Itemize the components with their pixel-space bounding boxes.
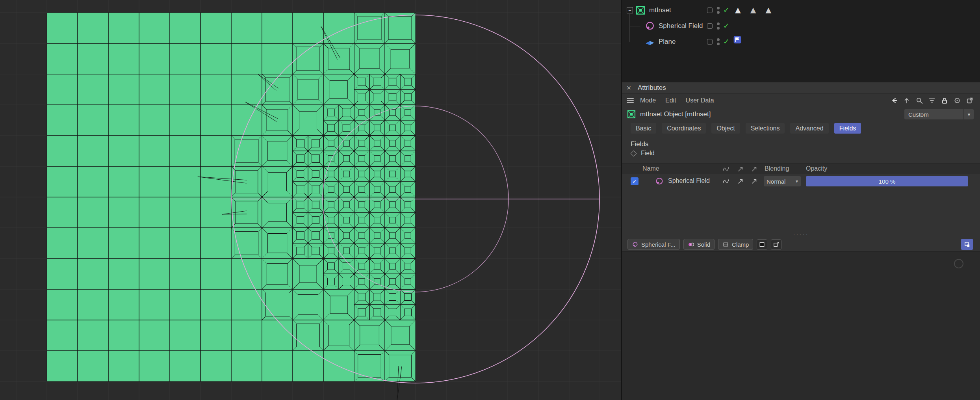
collapse-toggle[interactable]: −	[627, 7, 633, 13]
enabled-check-icon[interactable]: ✓	[723, 6, 729, 15]
visibility-dots-icon[interactable]	[717, 38, 720, 45]
layer-chip-icon[interactable]	[707, 7, 713, 13]
attributes-title: Attributes	[638, 84, 666, 92]
field-toolbar: Spherical F... Solid Clamp	[622, 237, 980, 251]
up-arrow-icon[interactable]	[903, 97, 911, 104]
menu-icon-cluster	[890, 97, 980, 104]
visibility-dots-icon[interactable]	[717, 7, 720, 14]
preset-value[interactable]: Custom	[904, 109, 963, 119]
blending-dropdown[interactable]: Normal ▾	[764, 176, 801, 186]
layer-view-toggle-button[interactable]	[961, 239, 973, 250]
tab-object[interactable]: Object	[711, 123, 740, 134]
right-panel: − mtInset ✓ ▲ ▲ ▲ Spherical Field	[621, 0, 980, 400]
tag-icon[interactable]: ▲	[733, 4, 743, 16]
screen-layer-button[interactable]	[757, 239, 767, 250]
plane-icon	[645, 37, 655, 47]
button-label: Solid	[697, 241, 710, 248]
add-folder-button[interactable]	[771, 239, 781, 250]
check-icon: ✓	[632, 178, 637, 184]
back-arrow-icon[interactable]	[890, 97, 898, 104]
clamp-icon	[722, 241, 729, 248]
section-title: Fields	[622, 135, 980, 147]
preset-dropdown[interactable]: Custom ▾	[904, 109, 974, 119]
object-row-spherical-field[interactable]: Spherical Field ✓	[622, 18, 980, 34]
attributes-header: × Attributes	[622, 82, 980, 94]
dim-circle-icon	[954, 259, 963, 268]
chevron-down-icon: ▾	[796, 179, 798, 184]
remap-arrow-icon	[751, 166, 758, 173]
visibility-dots-icon[interactable]	[717, 22, 720, 30]
solid-layer-button[interactable]: Solid	[683, 239, 715, 250]
minus-icon: −	[628, 8, 631, 13]
field-name[interactable]: Spherical Field	[668, 177, 710, 184]
field-enabled-checkbox[interactable]: ✓	[631, 177, 638, 185]
attributes-menu-bar: Mode Edit User Data	[622, 94, 980, 107]
lock-icon[interactable]	[941, 97, 948, 104]
viewport-3d[interactable]	[0, 0, 621, 400]
track-target-icon[interactable]	[953, 97, 961, 104]
layer-chip-icon[interactable]	[707, 39, 713, 45]
column-blending: Blending	[765, 165, 789, 172]
opacity-slider[interactable]: 100 %	[806, 176, 968, 186]
field-group-row[interactable]: Field	[622, 147, 980, 159]
tab-basic[interactable]: Basic	[631, 123, 656, 134]
open-panel-icon[interactable]	[966, 97, 974, 104]
object-title: mtInset Object [mtInset]	[640, 110, 711, 118]
tag-list	[733, 35, 742, 44]
layer-chip-icon[interactable]	[707, 23, 713, 29]
group-title: Field	[641, 150, 655, 157]
enabled-check-icon[interactable]: ✓	[723, 21, 729, 30]
falloff-curve-icon	[722, 166, 729, 173]
panel-footer-area	[622, 251, 980, 400]
field-list-empty-area[interactable]	[622, 188, 980, 232]
tag-list: ▲ ▲ ▲	[733, 4, 773, 16]
clamp-layer-button[interactable]: Clamp	[718, 239, 753, 250]
spherical-field-icon	[645, 21, 655, 31]
object-row-mtinset[interactable]: − mtInset ✓ ▲ ▲ ▲	[622, 2, 980, 18]
tag-icon[interactable]: ▲	[764, 4, 774, 16]
enabled-check-icon[interactable]: ✓	[723, 37, 729, 46]
mtinset-generator-icon	[635, 5, 646, 15]
tag-icon[interactable]: ▲	[748, 4, 758, 16]
application-window: − mtInset ✓ ▲ ▲ ▲ Spherical Field	[0, 0, 980, 400]
object-row-plane[interactable]: Plane ✓	[622, 34, 980, 50]
splitter-dots-icon: ·····	[793, 233, 809, 236]
menu-mode[interactable]: Mode	[640, 97, 656, 104]
viewport-canvas	[0, 0, 621, 400]
object-label[interactable]: mtInset	[649, 6, 671, 14]
attribute-tabs: Basic Coordinates Object Selections Adva…	[622, 121, 980, 135]
add-spherical-field-button[interactable]: Spherical F...	[627, 239, 680, 250]
menu-edit[interactable]: Edit	[665, 97, 676, 104]
close-icon[interactable]: ×	[627, 84, 635, 92]
filter-icon[interactable]	[928, 97, 936, 104]
tab-advanced[interactable]: Advanced	[790, 123, 828, 134]
remap-arrow-button[interactable]	[751, 178, 758, 185]
blending-value: Normal	[767, 178, 785, 185]
field-list-row[interactable]: ✓ Spherical Field Normal ▾ 100 %	[622, 174, 980, 188]
opacity-value: 100 %	[879, 178, 896, 185]
search-icon[interactable]	[915, 97, 923, 104]
menu-user-data[interactable]: User Data	[686, 97, 714, 104]
object-label[interactable]: Plane	[659, 38, 676, 46]
spherical-field-icon	[632, 241, 638, 248]
object-title-row: mtInset Object [mtInset] Custom ▾	[622, 107, 980, 121]
solid-icon	[688, 241, 694, 248]
chevron-down-icon[interactable]: ▾	[964, 109, 974, 119]
tab-coordinates[interactable]: Coordinates	[662, 123, 706, 134]
spherical-field-icon	[655, 177, 664, 186]
mtinset-generator-icon	[627, 110, 636, 119]
button-label: Clamp	[732, 241, 749, 248]
tab-selections[interactable]: Selections	[746, 123, 785, 134]
object-label[interactable]: Spherical Field	[659, 22, 703, 30]
hamburger-menu-icon[interactable]	[627, 98, 634, 103]
tab-fields[interactable]: Fields	[834, 123, 861, 134]
panel-splitter[interactable]: ·····	[622, 232, 980, 237]
column-name: Name	[642, 165, 659, 172]
remap-arrow-button[interactable]	[737, 178, 744, 185]
falloff-curve-button[interactable]	[722, 178, 729, 185]
tag-icon[interactable]	[733, 35, 742, 44]
object-manager-panel: − mtInset ✓ ▲ ▲ ▲ Spherical Field	[622, 0, 980, 82]
column-opacity: Opacity	[806, 165, 827, 172]
remap-arrow-icon	[737, 166, 744, 173]
field-list-header: Name Blending Opacity	[622, 163, 980, 174]
